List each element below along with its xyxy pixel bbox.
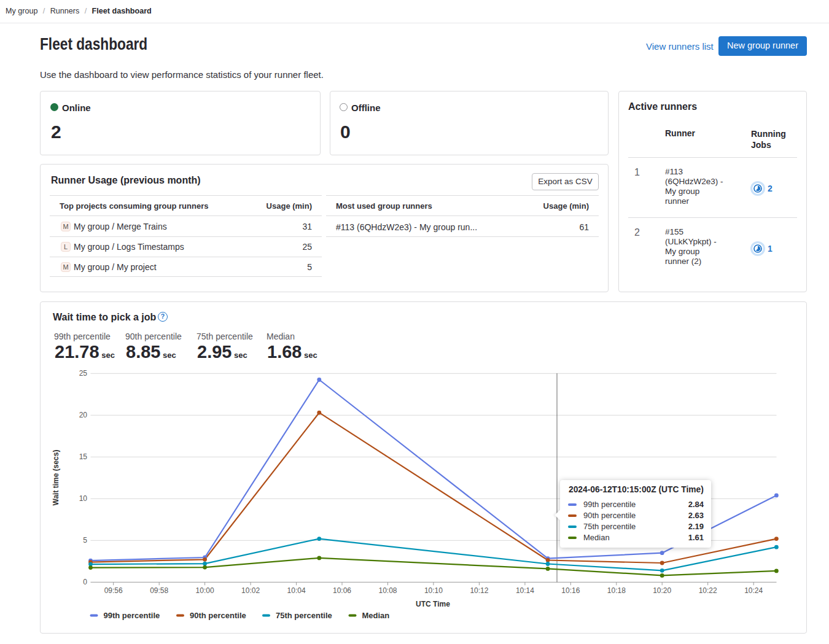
svg-text:15: 15 bbox=[79, 452, 88, 461]
svg-text:09:58: 09:58 bbox=[150, 586, 168, 595]
svg-text:10:16: 10:16 bbox=[561, 586, 580, 595]
svg-text:Wait time (secs): Wait time (secs) bbox=[52, 450, 60, 506]
svg-text:99th percentile: 99th percentile bbox=[104, 611, 160, 620]
svg-text:25: 25 bbox=[79, 369, 88, 378]
svg-text:10:14: 10:14 bbox=[516, 586, 534, 595]
svg-text:10: 10 bbox=[79, 494, 88, 503]
svg-text:10:22: 10:22 bbox=[699, 586, 717, 595]
svg-text:10:02: 10:02 bbox=[241, 586, 260, 595]
svg-text:10:18: 10:18 bbox=[607, 586, 626, 595]
svg-text:09:56: 09:56 bbox=[104, 586, 123, 595]
svg-text:10:04: 10:04 bbox=[287, 586, 306, 595]
svg-text:10:08: 10:08 bbox=[378, 586, 397, 595]
svg-text:75th percentile: 75th percentile bbox=[276, 611, 332, 620]
svg-text:10:20: 10:20 bbox=[653, 586, 671, 595]
svg-text:90th percentile: 90th percentile bbox=[190, 611, 246, 620]
svg-text:Median: Median bbox=[362, 611, 390, 620]
svg-text:10:24: 10:24 bbox=[744, 586, 763, 595]
svg-text:10:06: 10:06 bbox=[333, 586, 351, 595]
svg-text:10:12: 10:12 bbox=[470, 586, 488, 595]
svg-text:UTC Time: UTC Time bbox=[416, 600, 450, 608]
svg-text:20: 20 bbox=[79, 411, 88, 419]
svg-text:5: 5 bbox=[83, 536, 87, 545]
svg-text:10:10: 10:10 bbox=[424, 586, 443, 595]
svg-text:0: 0 bbox=[83, 578, 87, 586]
svg-text:10:00: 10:00 bbox=[196, 586, 214, 595]
